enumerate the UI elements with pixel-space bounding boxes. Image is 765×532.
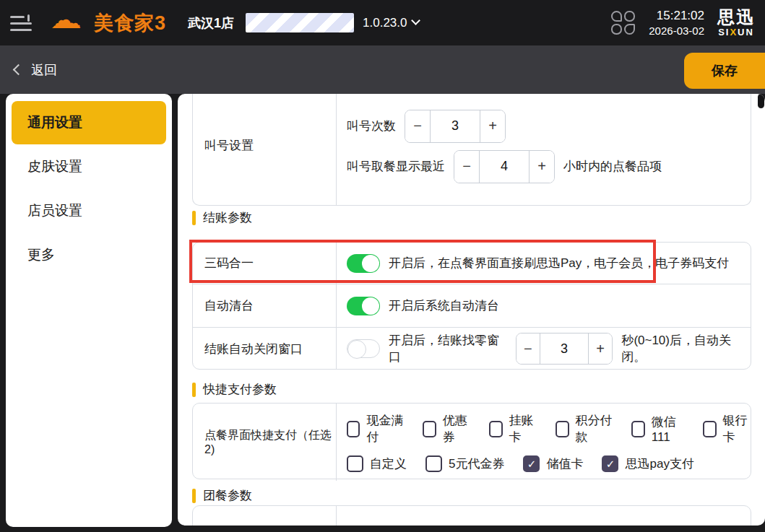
checkbox-wechat[interactable]: 微信111 (631, 414, 684, 445)
call-recent-value: 4 (479, 151, 530, 183)
plus-button[interactable]: + (480, 110, 505, 142)
sidebar: 通用设置 皮肤设置 店员设置 更多 (6, 94, 172, 527)
checkbox-icon (631, 421, 644, 437)
checkbox-custom[interactable]: 自定义 (347, 455, 407, 472)
back-button[interactable]: 返回 (14, 61, 57, 79)
call-times-stepper: − 3 + (405, 110, 506, 143)
checkbox-cash-full-pay[interactable]: 现金满付 (347, 412, 404, 445)
section-title: 结账参数 (203, 209, 252, 226)
checkbox-credit-card[interactable]: 挂账卡 (489, 412, 537, 445)
section-header-quickpay: 快捷支付参数 (192, 381, 277, 398)
call-times-label: 叫号次数 (347, 118, 396, 134)
call-times-value: 3 (430, 110, 480, 142)
checkbox-icon (556, 421, 569, 437)
chevron-left-icon (13, 64, 25, 76)
checkbox-points-pay[interactable]: 积分付款 (556, 412, 613, 445)
minus-button[interactable]: − (454, 151, 479, 183)
section-header-checkout: 结账参数 (192, 209, 252, 226)
checkbox-stored-value-card[interactable]: ✓储值卡 (523, 455, 583, 472)
top-bar: ☁☁ 美食家3 武汉1店 1.0.23.0 15:21:02 2026-03-0… (0, 0, 765, 45)
row-label: 三码合一 (193, 243, 336, 284)
back-label: 返回 (31, 61, 57, 79)
quickpay-options-row-1: 现金满付 优惠券 挂账卡 积分付款 微信111 银行卡 (347, 412, 751, 445)
call-settings-label: 叫号设置 (193, 94, 336, 205)
checkbox-icon (423, 421, 436, 437)
apps-grid-icon[interactable] (611, 11, 636, 35)
row-label (193, 506, 336, 526)
scrollbar-thumb[interactable] (758, 94, 764, 108)
sidebar-item-more[interactable]: 更多 (12, 233, 166, 276)
section-accent-bar (192, 383, 196, 397)
auto-clear-toggle[interactable] (347, 297, 380, 315)
row-label: 自动清台 (193, 284, 336, 327)
row-label: 结账自动关闭窗口 (193, 328, 336, 370)
chevron-down-icon (411, 16, 420, 25)
version-label: 1.0.23.0 (363, 16, 407, 30)
store-name: 武汉1店 (188, 14, 234, 32)
call-recent-suffix: 小时内的点餐品项 (563, 158, 662, 175)
checkbox-icon (347, 421, 360, 437)
quickpay-row-label: 点餐界面快捷支付（任选2) (193, 404, 336, 481)
section-accent-bar (192, 211, 196, 225)
app-name: 美食家3 (94, 10, 166, 36)
time-label: 15:21:02 (649, 9, 704, 23)
quickpay-settings-box: 点餐界面快捷支付（任选2) 现金满付 优惠券 挂账卡 积分付款 微信111 银行… (192, 403, 751, 479)
call-recent-label: 叫号取餐显示最近 (347, 158, 445, 175)
row-description: 开启后，在点餐界面直接刷思迅Pay，电子会员，电子券码支付 (389, 255, 729, 271)
setting-row-auto-close-window: 结账自动关闭窗口 开启后，结账找零窗口 − 3 + 秒(0~10)后，自动关闭。 (193, 327, 751, 370)
sidebar-item-skin-settings[interactable]: 皮肤设置 (12, 145, 166, 188)
section-title: 团餐参数 (203, 487, 252, 504)
checkbox-coupon[interactable]: 优惠券 (423, 412, 470, 445)
checkbox-icon (703, 421, 716, 437)
minus-button[interactable]: − (405, 110, 430, 142)
checkbox-5yuan-voucher[interactable]: 5元代金券 (425, 455, 504, 472)
version-dropdown[interactable]: 1.0.23.0 (363, 16, 418, 30)
auto-close-seconds-value: 3 (540, 333, 588, 364)
auto-close-seconds-stepper: − 3 + (516, 333, 613, 365)
checkbox-icon (347, 455, 363, 472)
three-codes-toggle[interactable] (347, 254, 380, 273)
minus-button[interactable]: − (517, 333, 540, 364)
section-header-group-meal: 团餐参数 (192, 487, 252, 504)
sixun-logo-en: SIXUN (717, 27, 755, 37)
checkbox-bank-card[interactable]: 银行卡 (703, 412, 751, 445)
sidebar-item-general-settings[interactable]: 通用设置 (12, 101, 166, 144)
checkbox-icon (425, 455, 442, 472)
checkbox-sixun-pay[interactable]: ✓思迅pay支付 (602, 455, 693, 472)
setting-row-auto-clear-table: 自动清台 开启后系统自动清台 (193, 284, 751, 327)
checkbox-icon: ✓ (602, 455, 618, 472)
quickpay-options-row-2: 自定义 5元代金券 ✓储值卡 ✓思迅pay支付 (347, 455, 694, 472)
sidebar-item-staff-settings[interactable]: 店员设置 (12, 189, 166, 232)
checkbox-icon (489, 421, 502, 437)
auto-close-toggle[interactable] (347, 339, 380, 358)
checkbox-icon: ✓ (523, 455, 540, 472)
sixun-logo: 思迅 SIXUN (717, 9, 755, 37)
redacted-field (246, 13, 354, 32)
clock: 15:21:02 2026-03-02 (649, 9, 704, 37)
app-logo: ☁☁ 美食家3 (51, 10, 166, 36)
plus-button[interactable]: + (589, 333, 613, 364)
nav-bar: 返回 保存 (0, 45, 765, 94)
plus-button[interactable]: + (530, 151, 554, 183)
section-title: 快捷支付参数 (203, 381, 277, 398)
row-description-before: 开启后，结账找零窗口 (389, 332, 507, 365)
call-number-settings-box: 叫号设置 叫号次数 − 3 + 叫号取餐显示最近 − 4 + (192, 94, 751, 206)
group-meal-settings-box (192, 505, 751, 526)
date-label: 2026-03-02 (649, 25, 704, 37)
sixun-logo-cn: 思迅 (717, 9, 755, 26)
save-button[interactable]: 保存 (684, 53, 765, 89)
row-description: 开启后系统自动清台 (389, 297, 499, 314)
cloud-icon: ☁☁ (51, 9, 90, 34)
hamburger-menu-icon[interactable] (10, 14, 35, 32)
checkout-settings-box: 三码合一 开启后，在点餐界面直接刷思迅Pay，电子会员，电子券码支付 自动清台 … (192, 242, 751, 370)
call-recent-stepper: − 4 + (454, 150, 555, 183)
setting-row-three-codes: 三码合一 开启后，在点餐界面直接刷思迅Pay，电子会员，电子券码支付 (193, 243, 751, 284)
settings-panel: 叫号设置 叫号次数 − 3 + 叫号取餐显示最近 − 4 + (178, 94, 765, 526)
row-description-after: 秒(0~10)后，自动关闭。 (621, 332, 751, 365)
section-accent-bar (192, 489, 196, 503)
